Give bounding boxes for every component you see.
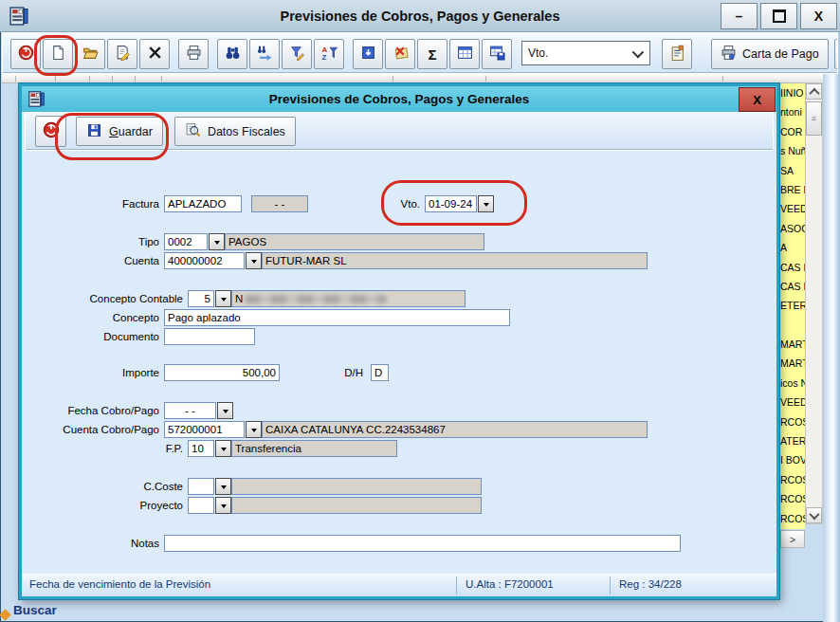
insert-button[interactable] (353, 39, 383, 69)
list-item[interactable]: I BOV (779, 450, 805, 469)
main-window: Previsiones de Cobros, Pagos y Generales… (0, 0, 840, 622)
list-item[interactable]: VEEDC (779, 393, 805, 412)
exit-button[interactable] (10, 39, 41, 69)
dialog-toolbar: Guardar Datos Fiscales (25, 112, 774, 151)
list-item[interactable]: ATERI (779, 431, 805, 450)
fp-desc-field: Transferencia (231, 440, 397, 457)
importe-label: Importe (8, 364, 159, 381)
ccoste-combobox (188, 478, 231, 495)
fp-combobox: 10 (188, 440, 231, 457)
list-item[interactable]: ETERI (779, 296, 805, 315)
notas-input[interactable] (164, 535, 681, 552)
sort-az-icon: AZ (321, 45, 338, 64)
list-item[interactable]: MART (779, 335, 805, 354)
scroll-right-button[interactable]: > (780, 530, 805, 548)
grid-icon (457, 45, 473, 64)
cuenta-combobox: 400000002 (164, 252, 262, 269)
factura-input[interactable]: APLAZADO (164, 195, 242, 212)
cuenta-dropdown-button[interactable] (246, 252, 262, 269)
edit-button[interactable] (107, 39, 137, 69)
tipo-code-input[interactable]: 0002 (164, 233, 208, 250)
vertical-scrollbar[interactable]: ≡ (805, 82, 823, 524)
cancel-button[interactable] (385, 39, 415, 69)
list-item[interactable] (779, 316, 805, 335)
cancel-note-icon (393, 45, 409, 64)
list-item[interactable]: RCOS (779, 489, 805, 508)
main-window-title: Previsiones de Cobros, Pagos y Generales (0, 9, 840, 24)
proyecto-dropdown-button[interactable] (215, 497, 231, 514)
dialog-exit-button[interactable] (35, 116, 66, 147)
new-record-button[interactable] (43, 39, 73, 69)
notas-label: Notas (8, 535, 159, 552)
fp-dropdown-button[interactable] (215, 440, 231, 457)
filter-button[interactable] (282, 39, 312, 69)
list-item[interactable]: MART (779, 354, 805, 373)
print-button[interactable] (178, 39, 209, 69)
list-item[interactable]: SA (779, 161, 805, 180)
statusbar-divider (610, 576, 611, 595)
find-next-button[interactable] (249, 39, 280, 69)
list-item[interactable]: icos N (779, 374, 805, 393)
notas-button[interactable]: Notas / A (834, 39, 838, 69)
vto-dropdown-button[interactable] (478, 195, 494, 212)
concepto-contable-code-input[interactable]: 5 (188, 290, 214, 307)
ccoste-code-input[interactable] (188, 478, 214, 495)
fecha-cobro-pago-input[interactable]: - - (164, 402, 216, 419)
binoculars-icon (225, 45, 241, 64)
fp-code-input[interactable]: 10 (188, 440, 214, 457)
grid-save-icon (489, 45, 505, 64)
scrollbar-thumb[interactable]: ≡ (806, 101, 822, 136)
cuenta-cobro-pago-combobox: 572000001 (164, 421, 262, 438)
documento-input[interactable] (164, 328, 255, 345)
list-item[interactable]: s Nuñ (779, 141, 805, 160)
list-item[interactable]: RCOS (779, 470, 805, 489)
list-item[interactable]: CAS M (779, 277, 805, 296)
grid-save-button[interactable] (482, 39, 512, 69)
maximize-button[interactable] (760, 3, 797, 29)
svg-text:Z: Z (321, 52, 326, 60)
statusbar-divider (456, 576, 457, 595)
list-item[interactable]: COR (779, 122, 805, 141)
statusbar-reg: Reg : 34/228 (619, 578, 682, 590)
list-item[interactable]: RCOS (779, 509, 805, 528)
concepto-contable-dropdown-button[interactable] (215, 290, 231, 307)
list-item[interactable]: IINIO (779, 83, 805, 102)
ccoste-dropdown-button[interactable] (215, 478, 231, 495)
scroll-down-button[interactable] (806, 507, 822, 523)
concepto-input[interactable]: Pago aplazado (164, 309, 510, 326)
ccoste-label: C.Coste (31, 478, 183, 495)
list-item[interactable]: ASOC (779, 219, 805, 238)
proyecto-code-input[interactable] (188, 497, 214, 514)
fecha-cobro-pago-dropdown-button[interactable] (217, 402, 233, 419)
form-config-button[interactable] (662, 39, 692, 69)
tipo-dropdown-button[interactable] (209, 233, 225, 250)
delete-button[interactable] (139, 39, 170, 69)
vto-input[interactable]: 01-09-24 (425, 195, 477, 212)
list-item[interactable]: A (779, 238, 805, 257)
datos-fiscales-button[interactable]: Datos Fiscales (174, 117, 296, 146)
cuenta-cobro-pago-code-input[interactable]: 572000001 (164, 421, 245, 438)
dh-input[interactable]: D (371, 364, 389, 381)
minimize-button[interactable]: – (721, 3, 758, 29)
list-item[interactable]: ntoni (779, 102, 805, 121)
scroll-up-button[interactable] (806, 83, 822, 100)
dialog-close-button[interactable]: X (739, 87, 776, 112)
close-button[interactable]: X (800, 3, 837, 29)
list-item[interactable]: VEEDC (779, 199, 805, 218)
chevron-down-icon (632, 46, 645, 58)
list-item[interactable]: RCOS (779, 412, 805, 431)
sort-button[interactable]: AZ (314, 39, 344, 69)
sum-button[interactable]: Σ (417, 39, 447, 69)
grid-view-button[interactable] (449, 39, 480, 69)
vto-filter-combobox[interactable]: Vto. (521, 41, 650, 65)
cuenta-code-input[interactable]: 400000002 (164, 252, 245, 269)
carta-de-pago-button[interactable]: Carta de Pago (711, 39, 829, 69)
guardar-button[interactable]: Guardar (76, 117, 163, 146)
open-button[interactable] (75, 39, 105, 69)
list-item[interactable]: CAS L (779, 258, 805, 277)
new-document-icon (50, 45, 66, 64)
find-button[interactable] (217, 39, 247, 69)
list-item[interactable]: BRE F (779, 180, 805, 199)
cuenta-cobro-pago-dropdown-button[interactable] (246, 421, 262, 438)
concepto-contable-combobox: 5 (188, 290, 231, 307)
